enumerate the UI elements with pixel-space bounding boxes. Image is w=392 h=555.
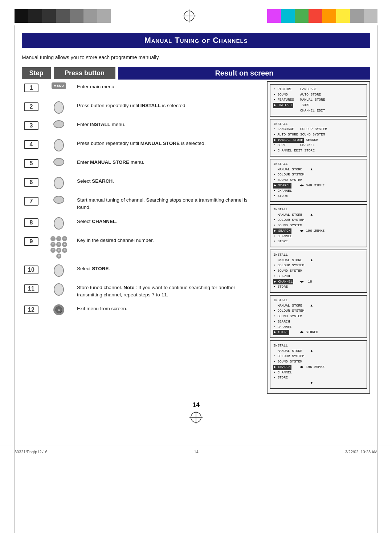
color-bar-right	[267, 9, 377, 23]
menu-circle-icon: ⊕	[55, 306, 62, 313]
screen-line: ▶ SEARCH ◀▶ 196.25MHZ	[273, 365, 364, 370]
btn-col-5	[44, 157, 73, 166]
cbr-5	[322, 9, 336, 23]
cbr-8	[364, 9, 377, 23]
vline-left	[14, 25, 15, 533]
step-num-9: 9	[22, 235, 41, 248]
screen-line: MANUAL STORE ▲	[273, 303, 364, 309]
cb-5	[70, 9, 83, 23]
table-row: 10 Select STORE.	[22, 263, 260, 278]
btn-col-2	[44, 100, 73, 114]
desc-5: Enter MANUAL STORE menu.	[77, 157, 260, 166]
crosshair-top	[182, 9, 196, 23]
step-num-1: 1	[22, 81, 41, 95]
screen-line: ▶ MANUAL STORE SEARCH	[273, 138, 364, 143]
screen-line: • SOUND SYSTEM	[273, 223, 364, 228]
screen-line: • STORE	[273, 194, 364, 199]
screen-line: ▶ INSTALL SORT	[273, 103, 364, 108]
screen-line: • SORT CHANNEL	[273, 143, 364, 148]
color-bar-left	[15, 9, 111, 23]
step-num-5: 5	[22, 157, 41, 170]
oval-button-icon	[54, 101, 64, 114]
footer-left: 30321/Eng/p12-16	[15, 450, 48, 454]
screen-line: ▶ SEARCH ◀▶ 048.31MHZ	[273, 183, 364, 189]
screen-box-2: INSTALL • LANGUAGE COLOUR SYSTEM • AUTO …	[270, 119, 367, 157]
table-row: 5 Enter MANUAL STORE menu.	[22, 157, 260, 171]
header-result: Result on screen	[118, 67, 370, 80]
screen-line: • CHANNEL EDIT STORE	[273, 148, 364, 154]
screen-line: • STORE	[273, 375, 364, 381]
screens-col: • PICTURE LANGUAGE • SOUND AUTO STORE • …	[267, 81, 370, 394]
steps-and-desc: 1 MENU Enter main menu. 2 Press button r…	[22, 81, 267, 394]
menu-button-icon: MENU	[52, 82, 66, 89]
desc-12: Exit menu from screen.	[77, 303, 260, 312]
screen-box-3: INSTALL MANUAL STORE ▲ • COLOUR SYSTEM •…	[270, 159, 367, 202]
screen-line: INSTALL	[273, 162, 364, 167]
step-num-7: 7	[22, 194, 41, 208]
btn-col-12: ⊕	[44, 303, 73, 315]
crosshair-bottom	[22, 411, 370, 424]
screen-line: • SEARCH	[273, 319, 364, 325]
screen-line: MANUAL STORE ▲	[273, 212, 364, 218]
page-title: Manual Tuning of Channels	[29, 36, 363, 45]
desc-11: Store tuned channel. Note : If you want …	[77, 282, 260, 299]
svg-text:⊕: ⊕	[58, 309, 60, 312]
screen-line: CHANNEL EDIT	[273, 108, 364, 114]
screen-line: • COLOUR SYSTEM	[273, 354, 364, 359]
desc-4: Press button repeatedly until MANUAL STO…	[77, 138, 260, 147]
table-row: 12 ⊕ Exit menu from screen.	[22, 303, 260, 317]
btn-col-11	[44, 282, 73, 296]
screen-line: INSTALL	[273, 343, 364, 349]
top-bar-container	[0, 0, 392, 25]
cols-wrapper: 1 MENU Enter main menu. 2 Press button r…	[22, 81, 370, 394]
cb-7	[97, 9, 111, 23]
desc-9: Key in the desired channel number.	[77, 235, 260, 244]
screen-line: MANUAL STORE ▲	[273, 349, 364, 354]
numpad-icon: ①②③ ④⑤⑥ ⑦⑧⑨ ⑩	[50, 236, 67, 259]
cbr-1	[267, 9, 281, 23]
cb-4	[56, 9, 70, 23]
table-row: 9 ①②③ ④⑤⑥ ⑦⑧⑨ ⑩ Key in the desired chann…	[22, 235, 260, 259]
step-num-12: 12	[22, 303, 41, 317]
screen-line: • LANGUAGE COLOUR SYSTEM	[273, 127, 364, 132]
cbr-2	[281, 9, 295, 23]
btn-col-7	[44, 194, 73, 204]
oval-button-icon	[54, 217, 64, 230]
screen-line: INSTALL	[273, 252, 364, 258]
screen-line: • COLOUR SYSTEM	[273, 172, 364, 178]
oval-flat-button-icon	[53, 196, 64, 204]
main-content: Manual Tuning of Channels Manual tuning …	[0, 25, 392, 438]
cbr-4	[309, 9, 322, 23]
footer-center: 14	[194, 450, 198, 454]
screen-box-7: INSTALL MANUAL STORE ▲ • COLOUR SYSTEM •…	[270, 340, 367, 389]
screen-line: • AUTO STORE SOUND SYSTEM	[273, 132, 364, 138]
oval-button-icon	[54, 139, 64, 151]
screen-line: ▶ STORE ◀▶ STORED	[273, 330, 364, 335]
table-row: 4 Press button repeatedly until MANUAL S…	[22, 138, 260, 152]
desc-1: Enter main menu.	[77, 81, 260, 90]
cb-1	[15, 9, 28, 23]
btn-col-10	[44, 263, 73, 277]
screen-line: • COLOUR SYSTEM	[273, 218, 364, 223]
table-row: 2 Press button repeatedly until INSTALL …	[22, 100, 260, 114]
header-step: Step	[22, 67, 51, 79]
screen-line: • FEATURES MANUAL STORE	[273, 97, 364, 103]
screen-line: • SOUND AUTO STORE	[273, 92, 364, 98]
screen-box-1: • PICTURE LANGUAGE • SOUND AUTO STORE • …	[270, 84, 367, 117]
oval-button-icon	[54, 264, 64, 277]
btn-col-8	[44, 216, 73, 230]
step-num-8: 8	[22, 216, 41, 230]
table-row: 11 Store tuned channel. Note : If you wa…	[22, 282, 260, 299]
intro-text: Manual tuning allows you to store each p…	[22, 54, 370, 60]
crosshair-icon	[183, 9, 196, 23]
desc-3: Enter INSTALL menu.	[77, 119, 260, 128]
screen-line: • SOUND SYSTEM	[273, 178, 364, 183]
desc-7: Start manual tuning of channel. Searchin…	[77, 194, 260, 211]
screen-line: MANUAL STORE ▲	[273, 258, 364, 263]
step-num-2: 2	[22, 100, 41, 114]
btn-col-3	[44, 119, 73, 128]
step-num-4: 4	[22, 138, 41, 151]
table-row: 1 MENU Enter main menu.	[22, 81, 260, 96]
btn-col-9: ①②③ ④⑤⑥ ⑦⑧⑨ ⑩	[44, 235, 73, 259]
oval-button-icon	[54, 177, 64, 189]
